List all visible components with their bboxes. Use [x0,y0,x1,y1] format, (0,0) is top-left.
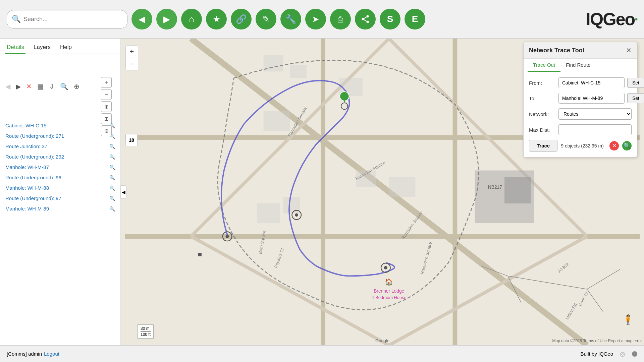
tools-button[interactable]: 🔧 [280,9,301,29]
trace-network-row: Network: Routes Cables Ducts [529,108,632,120]
side-zoom-extent[interactable]: ⊕ [101,101,112,112]
logo: IQGeo● [586,9,637,29]
panel-table-button[interactable]: ▦ [36,81,45,92]
trace-result-clear-button[interactable]: ✕ [609,141,619,150]
trace-to-set-button[interactable]: Set [627,93,644,103]
side-zoom-fit[interactable]: ⊞ [101,113,112,124]
panel-zoom-button[interactable]: 🔍 [59,81,70,92]
zoom-icon: 🔍 [109,144,115,149]
panel-tree-button[interactable]: ⊕ [72,81,81,92]
search-box: 🔍 [7,10,127,28]
panel-back-button[interactable]: ◀ [4,81,12,92]
trace-from-set-button[interactable]: Set [627,78,644,88]
collapse-panel-button[interactable]: ◀ [120,185,126,199]
svg-point-2 [367,21,369,23]
tab-details[interactable]: Details [5,41,25,54]
svg-text:Ramsden Square: Ramsden Square [419,241,433,275]
panel-download-button[interactable]: ⇩ [48,81,56,92]
svg-rect-17 [290,65,307,78]
search-icon: 🔍 [12,15,21,23]
trace-to-row: To: Set [529,93,632,104]
svg-text:Milton Rd: Milton Rd [565,302,578,320]
trace-close-button[interactable]: ✕ [626,46,632,54]
svg-point-28 [226,235,229,238]
e-button[interactable]: E [405,9,425,29]
search-input[interactable] [23,16,122,23]
forward-button[interactable]: ▶ [156,9,177,29]
google-attribution: Google [375,338,389,343]
trace-from-label: From: [529,80,556,86]
map-container[interactable]: Ramsden Square Ramsden Square Ramsden Sq… [121,39,644,345]
print-button[interactable]: ⎙ [330,9,351,29]
zoom-in-button[interactable]: + [126,46,138,58]
trace-maxdist-label: Max Dist: [529,127,556,133]
panel-forward-button[interactable]: ▶ [14,81,22,92]
svg-line-3 [364,20,367,21]
trace-from-input[interactable] [558,77,625,88]
trace-maxdist-input[interactable] [558,124,632,135]
trace-from-row: From: Set [529,77,632,88]
topbar: 🔍 ◀ ▶ ⌂ ★ 🔗 ✎ 🔧 ➤ ⎙ S E IQGeo● [0,0,644,39]
list-item[interactable]: Manhole: WH-M-89 🔍 [0,203,120,214]
svg-point-30 [295,213,298,217]
tab-help[interactable]: Help [59,41,73,54]
trace-maxdist-row: Max Dist: [529,124,632,135]
list-item[interactable]: Route (Underground): 292 🔍 [0,152,120,162]
zoom-out-button[interactable]: − [126,58,138,70]
trace-tabs: Trace Out Find Route [524,59,637,72]
map-scale: 30 m 100 ft [138,324,154,339]
trace-actions: Trace 9 objects (232.95 m) ✕ 🔍 [529,140,632,152]
list-item[interactable]: Manhole: WH-M-87 🔍 [0,162,120,172]
trace-to-input[interactable] [558,93,625,104]
bottom-bar: [Comms] admin Logout Built by IQGeo ◎ [0,345,644,362]
svg-text:A1309: A1309 [557,262,570,274]
home-button[interactable]: ⌂ [181,9,202,29]
logout-link[interactable]: Logout [44,351,59,357]
left-panel: Details Layers Help ◀ ▶ ✕ ▦ ⇩ 🔍 ⊕ + − ⊕ … [0,39,121,345]
svg-line-49 [587,289,603,312]
zoom-controls: + − [125,45,138,70]
list-item[interactable]: Manhole: WH-M-88 🔍 [0,183,120,193]
svg-rect-20 [257,203,280,223]
bookmarks-button[interactable]: ★ [206,9,227,29]
svg-rect-23 [389,177,416,197]
s-button[interactable]: S [380,9,400,29]
list-item[interactable]: Route Junction: 37 🔍 [0,141,120,152]
panel-clear-button[interactable]: ✕ [25,81,33,92]
edit-button[interactable]: ✎ [256,9,276,29]
share-button[interactable] [355,9,376,29]
trace-panel-header: Network Trace Tool ✕ [524,42,637,59]
svg-point-0 [367,15,369,17]
side-zoom-out[interactable]: − [101,89,112,100]
back-button[interactable]: ◀ [131,9,152,29]
svg-rect-19 [264,111,290,131]
connectivity-indicator: ◎ [620,350,625,358]
tab-layers[interactable]: Layers [32,41,52,54]
svg-text:Brenner Lodge: Brenner Lodge [374,289,404,294]
panel-toolbar: ◀ ▶ ✕ ▦ ⇩ 🔍 ⊕ + − ⊕ ⊞ ⊗ [0,54,120,119]
zoom-icon: 🔍 [109,185,115,191]
trace-tab-findroute[interactable]: Find Route [560,59,596,72]
built-by: Built by IQGeo [580,351,613,357]
svg-line-12 [191,236,389,345]
trace-network-select[interactable]: Routes Cables Ducts [558,108,632,120]
zoom-level: 18 [125,134,138,146]
zoom-icon: 🔍 [109,165,115,170]
trace-to-label: To: [529,96,556,101]
user-info: [Comms] admin [7,351,42,357]
bottom-right: Built by IQGeo ◎ [580,350,637,358]
zoom-icon: 🔍 [109,206,115,212]
list-item[interactable]: Route (Underground): 96 🔍 [0,172,120,183]
svg-text:4-Bedroom House: 4-Bedroom House [372,295,407,300]
panel-tabs: Details Layers Help [0,39,120,54]
trace-result-zoom-button[interactable]: 🔍 [622,141,632,150]
zoom-icon: 🔍 [109,154,115,160]
list-item[interactable]: Route (Underground): 97 🔍 [0,193,120,203]
side-zoom-all[interactable]: ⊗ [101,125,112,136]
link-button[interactable]: 🔗 [231,9,252,29]
pegman[interactable]: 🧍 [622,314,634,325]
side-zoom-in[interactable]: + [101,77,112,88]
trace-tab-traceout[interactable]: Trace Out [528,59,560,72]
location-button[interactable]: ➤ [305,9,326,29]
trace-button[interactable]: Trace [529,140,557,152]
